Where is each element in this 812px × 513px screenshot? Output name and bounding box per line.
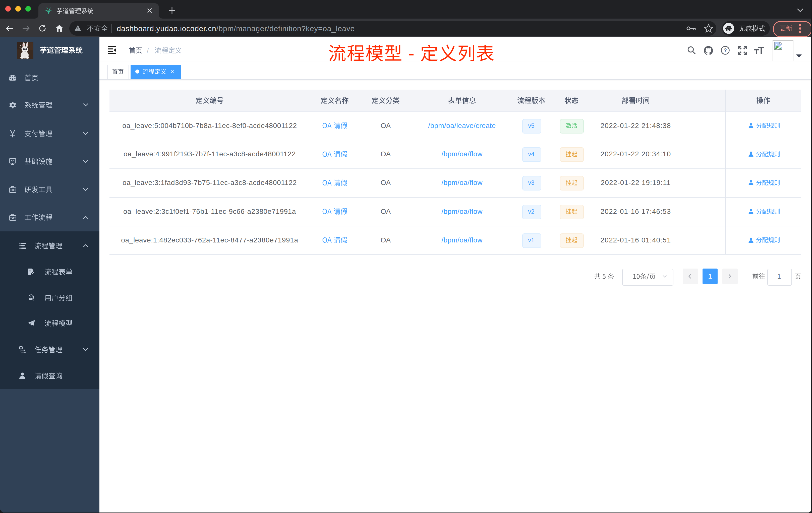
svg-text:?: ? — [724, 48, 727, 53]
